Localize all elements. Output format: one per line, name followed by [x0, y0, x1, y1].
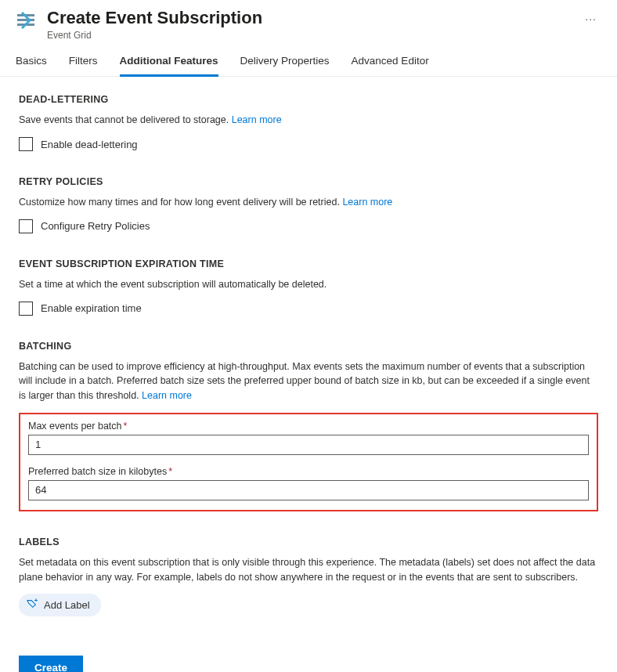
- max-events-label: Max events per batch*: [28, 421, 589, 432]
- section-desc: Customize how many times and for how lon…: [19, 195, 598, 210]
- section-title: DEAD-LETTERING: [19, 94, 598, 105]
- section-labels: LABELS Set metadata on this event subscr…: [19, 537, 598, 617]
- learn-more-link[interactable]: Learn more: [232, 114, 282, 125]
- page-title: Create Event Subscription: [47, 8, 561, 28]
- section-title: RETRY POLICIES: [19, 176, 598, 187]
- tab-additional-features[interactable]: Additional Features: [120, 55, 218, 77]
- section-title: LABELS: [19, 537, 598, 547]
- section-title: EVENT SUBSCRIPTION EXPIRATION TIME: [19, 258, 598, 269]
- configure-retry-checkbox[interactable]: [19, 219, 33, 233]
- tab-basics[interactable]: Basics: [16, 55, 47, 77]
- preferred-size-label: Preferred batch size in kilobytes*: [28, 466, 589, 477]
- checkbox-label: Enable expiration time: [41, 302, 142, 314]
- batching-highlight: Max events per batch* Preferred batch si…: [19, 413, 598, 511]
- event-grid-icon: [16, 11, 36, 31]
- section-retry-policies: RETRY POLICIES Customize how many times …: [19, 176, 598, 233]
- create-button[interactable]: Create: [19, 656, 83, 672]
- more-button[interactable]: ···: [580, 8, 601, 30]
- enable-expiration-checkbox[interactable]: [19, 302, 33, 316]
- section-desc: Set metadata on this event subscription …: [19, 555, 598, 585]
- add-label-button[interactable]: + Add Label: [19, 594, 101, 616]
- tag-plus-icon: +: [27, 598, 38, 612]
- tab-delivery-properties[interactable]: Delivery Properties: [240, 55, 330, 77]
- learn-more-link[interactable]: Learn more: [342, 197, 392, 208]
- preferred-size-input[interactable]: [28, 480, 589, 500]
- tab-advanced-editor[interactable]: Advanced Editor: [352, 55, 429, 77]
- section-desc: Set a time at which the event subscripti…: [19, 277, 598, 292]
- enable-dead-lettering-checkbox[interactable]: [19, 137, 33, 151]
- page-subtitle: Event Grid: [47, 30, 561, 41]
- section-dead-lettering: DEAD-LETTERING Save events that cannot b…: [19, 94, 598, 151]
- svg-text:+: +: [34, 598, 38, 604]
- tab-bar: Basics Filters Additional Features Deliv…: [0, 41, 617, 77]
- section-batching: BATCHING Batching can be used to improve…: [19, 341, 598, 511]
- max-events-input[interactable]: [28, 435, 589, 455]
- checkbox-label: Configure Retry Policies: [41, 220, 150, 232]
- section-expiration: EVENT SUBSCRIPTION EXPIRATION TIME Set a…: [19, 258, 598, 316]
- learn-more-link[interactable]: Learn more: [142, 390, 192, 401]
- tab-filters[interactable]: Filters: [69, 55, 98, 77]
- section-title: BATCHING: [19, 341, 598, 352]
- section-desc: Batching can be used to improve efficien…: [19, 359, 598, 403]
- svg-rect-1: [17, 19, 34, 21]
- checkbox-label: Enable dead-lettering: [41, 139, 138, 150]
- add-label-text: Add Label: [44, 599, 90, 611]
- section-desc: Save events that cannot be delivered to …: [19, 113, 598, 128]
